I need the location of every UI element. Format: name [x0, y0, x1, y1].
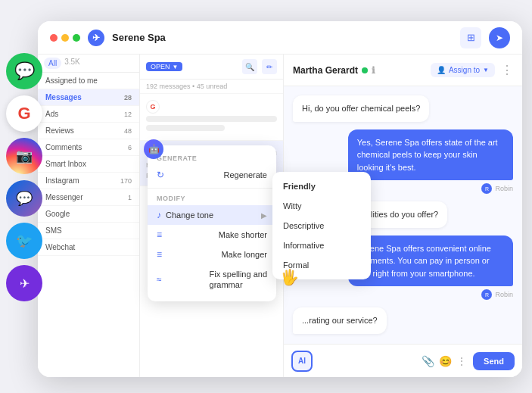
- nav-instagram[interactable]: Instagram170: [38, 173, 139, 189]
- divider: [148, 188, 276, 189]
- nav-ads[interactable]: Ads12: [38, 106, 139, 123]
- main-window: ✈ Serene Spa ⊞ ➤ All 3.5K Assigned to me…: [38, 21, 522, 377]
- shorter-icon: ≡: [157, 229, 162, 240]
- grid-icon[interactable]: ⊞: [460, 27, 481, 48]
- nav-smart-inbox[interactable]: Smart Inbox: [38, 156, 139, 173]
- ai-popup: 🤖 GENERATE ↻ Regenerate MODIFY ♪ Change …: [148, 145, 276, 301]
- more-options-icon[interactable]: ⋮: [456, 355, 467, 367]
- send-icon-btn[interactable]: ➤: [489, 27, 510, 48]
- left-nav-items: Assigned to me Messages28 Ads12 Reviews4…: [38, 73, 139, 377]
- nav-comments[interactable]: Comments6: [38, 139, 139, 156]
- generate-label: GENERATE: [148, 151, 276, 165]
- online-indicator: [362, 67, 368, 73]
- msg-bubble-4: Serene Spa offers convenient online paym…: [348, 235, 513, 287]
- msg-row-5: ...rating our service?: [293, 307, 513, 334]
- open-badge: OPEN ▼: [146, 62, 182, 71]
- emoji-icon[interactable]: 😊: [439, 355, 452, 367]
- tone-friendly[interactable]: Friendly: [272, 176, 371, 196]
- sidebar-icon-messages[interactable]: 💬: [6, 53, 42, 89]
- more-icon[interactable]: ⋮: [501, 63, 513, 77]
- make-shorter-btn[interactable]: ≡ Make shorter: [148, 225, 276, 245]
- contact-name: Martha Gerardt ℹ: [293, 65, 375, 76]
- sidebar-icon-messenger[interactable]: 💬: [6, 180, 42, 217]
- left-panel: All 3.5K Assigned to me Messages28 Ads12…: [38, 55, 140, 377]
- middle-header-icons: 🔍 ✏: [242, 59, 277, 74]
- chat-input-bar: AI 📎 😊 ⋮ Send: [284, 344, 522, 377]
- ai-avatar: 🤖: [144, 139, 163, 159]
- make-longer-btn[interactable]: ≡ Make longer: [148, 245, 276, 264]
- tone-formal[interactable]: Formal: [272, 255, 371, 275]
- nav-google[interactable]: Google: [38, 206, 139, 223]
- nav-reviews[interactable]: Reviews48: [38, 123, 139, 139]
- nav-sms[interactable]: SMS: [38, 223, 139, 239]
- fix-spelling-btn[interactable]: ≈ Fix spelling andgrammar: [148, 264, 276, 295]
- regenerate-btn[interactable]: ↻ Regenerate: [148, 165, 276, 185]
- maximize-button[interactable]: [73, 34, 80, 42]
- sidebar-icon-twitter[interactable]: 🐦: [6, 223, 42, 259]
- tone-icon: ♪: [157, 210, 161, 220]
- tone-descriptive[interactable]: Descriptive: [272, 216, 371, 235]
- app-title: Serene Spa: [112, 32, 166, 43]
- conv-name-google: G: [146, 100, 160, 114]
- ai-input-button[interactable]: AI: [291, 351, 313, 372]
- msg-bubble-5: ...rating our service?: [293, 307, 387, 334]
- tone-submenu: Friendly Witty Descriptive Informative F…: [272, 172, 371, 279]
- app-logo: ✈: [88, 30, 104, 46]
- change-tone-btn[interactable]: ♪ Change tone ▶: [148, 205, 276, 225]
- nav-messenger[interactable]: Messenger1: [38, 189, 139, 206]
- sidebar: 💬 G 📷 💬 🐦 ✈: [0, 45, 51, 309]
- skeleton-line-short: [146, 125, 225, 131]
- chevron-right-icon: ▶: [261, 211, 267, 220]
- msg-bubble-1: Hi, do you offer chemical peels?: [293, 95, 429, 122]
- regenerate-icon: ↻: [157, 170, 164, 180]
- sidebar-icon-google[interactable]: G: [6, 95, 42, 132]
- spelling-icon: ≈: [157, 274, 162, 285]
- minimize-button[interactable]: [61, 34, 69, 42]
- longer-icon: ≡: [157, 249, 162, 260]
- middle-panel-header: OPEN ▼ 🔍 ✏: [140, 55, 283, 80]
- total-count: 3.5K: [64, 58, 80, 69]
- nav-webchat[interactable]: Webchat: [38, 239, 139, 256]
- title-bar: ✈ Serene Spa ⊞ ➤: [38, 21, 522, 55]
- conv-item-google[interactable]: G: [140, 94, 283, 141]
- msg-bubble-2: Yes, Serene Spa offers state of the art …: [348, 129, 513, 181]
- assign-button[interactable]: 👤 Assign to ▼: [431, 63, 495, 77]
- sidebar-icon-sendbird[interactable]: ✈: [6, 265, 42, 301]
- attachment-icon[interactable]: 📎: [422, 355, 434, 367]
- compose-icon-btn[interactable]: ✏: [262, 59, 277, 74]
- sender-avatar-4: R: [481, 289, 492, 300]
- window-controls: [50, 34, 80, 42]
- close-button[interactable]: [50, 34, 58, 42]
- tone-informative[interactable]: Informative: [272, 235, 371, 255]
- chat-input-icons: 📎 😊 ⋮: [422, 355, 467, 367]
- message-count: 192 messages • 45 unread: [140, 80, 283, 94]
- nav-messages[interactable]: Messages28: [38, 89, 139, 106]
- msg-sender-4: R Robin: [481, 289, 513, 300]
- nav-assigned-to-me[interactable]: Assigned to me: [38, 73, 139, 89]
- msg-sender-2: R Robin: [481, 183, 513, 194]
- middle-panel: OPEN ▼ 🔍 ✏ 192 messages • 45 unread G: [140, 55, 284, 377]
- msg-row-1: Hi, do you offer chemical peels?: [293, 95, 513, 122]
- left-panel-tabs: All 3.5K: [38, 55, 139, 73]
- sender-avatar-2: R: [481, 183, 492, 194]
- chat-header: Martha Gerardt ℹ 👤 Assign to ▼ ⋮: [284, 55, 522, 86]
- send-button[interactable]: Send: [473, 352, 515, 370]
- info-icon: ℹ: [372, 65, 375, 76]
- search-icon-btn[interactable]: 🔍: [242, 59, 257, 74]
- window-body: All 3.5K Assigned to me Messages28 Ads12…: [38, 55, 522, 377]
- sidebar-icon-instagram[interactable]: 📷: [6, 138, 42, 174]
- skeleton-line: [146, 116, 277, 122]
- middle-header-left: OPEN ▼: [146, 62, 182, 71]
- modify-label: MODIFY: [148, 192, 276, 205]
- chat-header-actions: 👤 Assign to ▼ ⋮: [431, 63, 513, 77]
- tone-witty[interactable]: Witty: [272, 196, 371, 216]
